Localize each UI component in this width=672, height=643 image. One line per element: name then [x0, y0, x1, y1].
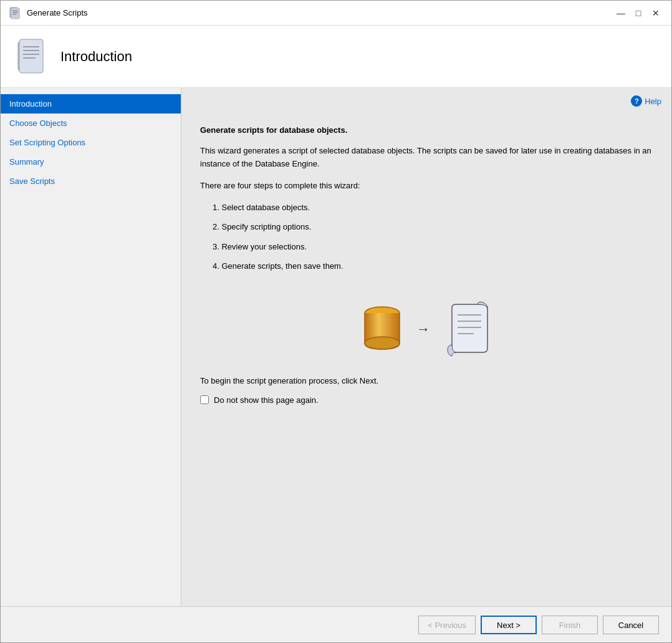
window-controls: — □ ✕	[613, 5, 664, 21]
step-2: 2. Specify scripting options.	[200, 217, 653, 237]
next-button[interactable]: Next >	[481, 616, 537, 634]
close-button[interactable]: ✕	[648, 5, 664, 21]
title-bar: Generate Scripts — □ ✕	[1, 1, 671, 26]
content-area: Introduction Choose Objects Set Scriptin…	[1, 88, 671, 606]
begin-text: To begin the script generation process, …	[200, 376, 653, 385]
illustration: →	[200, 301, 653, 357]
finish-button[interactable]: Finish	[542, 616, 598, 634]
step-1: 1. Select database objects.	[200, 198, 653, 218]
maximize-button[interactable]: □	[630, 5, 646, 21]
help-icon: ?	[631, 95, 642, 107]
scroll-icon	[443, 301, 492, 357]
help-link[interactable]: ? Help	[631, 95, 661, 107]
main-window: Generate Scripts — □ ✕ Introduction Intr…	[0, 0, 672, 643]
sidebar-item-summary[interactable]: Summary	[1, 152, 181, 172]
sidebar-item-choose-objects[interactable]: Choose Objects	[1, 114, 181, 133]
steps-intro: There are four steps to complete this wi…	[200, 181, 653, 190]
description-text: This wizard generates a script of select…	[200, 145, 653, 171]
page-title: Introduction	[60, 49, 132, 65]
window-title: Generate Scripts	[27, 8, 613, 17]
cancel-button[interactable]: Cancel	[603, 616, 659, 634]
section-title: Generate scripts for database objects.	[200, 125, 653, 135]
step-3: 3. Review your selections.	[200, 237, 653, 257]
dont-show-label[interactable]: Do not show this page again.	[214, 395, 319, 405]
minimize-button[interactable]: —	[613, 5, 629, 21]
svg-point-11	[365, 337, 400, 349]
app-icon	[8, 6, 22, 20]
sidebar: Introduction Choose Objects Set Scriptin…	[1, 88, 181, 606]
sidebar-item-set-scripting-options[interactable]: Set Scripting Options	[1, 133, 181, 152]
dont-show-checkbox[interactable]	[200, 395, 209, 404]
sidebar-item-save-scripts[interactable]: Save Scripts	[1, 172, 181, 191]
header-script-icon	[13, 38, 50, 75]
arrow-right-icon: →	[416, 321, 430, 337]
main-panel: ? Help Generate scripts for database obj…	[181, 88, 671, 606]
checkbox-row: Do not show this page again.	[200, 395, 653, 405]
database-icon	[360, 304, 404, 354]
sidebar-item-introduction[interactable]: Introduction	[1, 94, 181, 114]
header-area: Introduction	[1, 26, 671, 88]
main-inner: Generate scripts for database objects. T…	[181, 88, 671, 606]
steps-section: There are four steps to complete this wi…	[200, 181, 653, 276]
step-4: 4. Generate scripts, then save them.	[200, 256, 653, 276]
previous-button[interactable]: < Previous	[418, 616, 476, 634]
footer: < Previous Next > Finish Cancel	[1, 606, 671, 642]
